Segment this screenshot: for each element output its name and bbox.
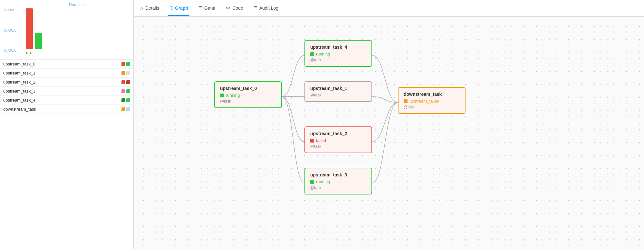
bar-red (26, 8, 33, 49)
node-status-dot (220, 94, 224, 97)
tab-bar: △ Details ⬡ Graph ☰ Gantt <> Code ☰ Audi… (134, 0, 644, 17)
node-status-text: running (316, 179, 330, 184)
node-status: running (310, 52, 366, 56)
node-status-text: failed (316, 138, 326, 143)
tab-graph[interactable]: ⬡ Graph (168, 1, 189, 16)
duration-chart: Duration 00:00:10 00:00:05 00:00:00 ▶ ▶ (0, 0, 133, 60)
node-title: upstream_task_4 (310, 45, 366, 50)
tab-details[interactable]: △ Details (139, 1, 160, 16)
status-dot (121, 71, 125, 75)
status-dot (121, 89, 125, 93)
right-panel: △ Details ⬡ Graph ☰ Gantt <> Code ☰ Audi… (134, 0, 644, 249)
connection-line (282, 55, 304, 97)
code-icon: <> (226, 5, 230, 10)
status-dot (121, 107, 125, 111)
node-decorator: @task (310, 144, 366, 149)
status-dot (121, 62, 125, 66)
node-status: failed (310, 138, 366, 143)
node-status-text: running (226, 93, 240, 98)
task-row-name: upstream_task_0 (3, 62, 121, 66)
task-row-name: downstream_task (3, 107, 121, 112)
connection-line (372, 97, 398, 103)
task-row-name: upstream_task_1 (3, 71, 121, 75)
task-row[interactable]: upstream_task_0 (0, 60, 133, 69)
play-icon-grey[interactable]: ▶ (26, 51, 28, 55)
task-dots (121, 107, 130, 111)
node-decorator: @task (310, 58, 366, 62)
node-status-dot (310, 180, 314, 184)
task-row-name: upstream_task_2 (3, 80, 121, 85)
tab-gantt[interactable]: ☰ Gantt (197, 1, 216, 16)
task-dots (121, 71, 130, 75)
task-dots (121, 89, 130, 93)
status-dot (121, 98, 125, 102)
task-node-upstream_task_0[interactable]: upstream_task_0running@task (214, 81, 282, 108)
task-row-name: upstream_task_4 (3, 98, 121, 103)
status-dot (126, 80, 130, 84)
node-status: running (310, 179, 366, 184)
task-row[interactable]: upstream_task_1 (0, 69, 133, 78)
task-node-upstream_task_1[interactable]: upstream_task_1@task (304, 81, 372, 102)
tab-audit-log[interactable]: ☰ Audit Log (252, 1, 280, 16)
task-dots (121, 62, 130, 66)
play-icon-green[interactable]: ▶ (30, 51, 32, 55)
task-dots (121, 80, 130, 84)
task-dots (121, 98, 130, 102)
status-dot (121, 80, 125, 84)
task-row-name: upstream_task_3 (3, 89, 121, 94)
connection-line (372, 103, 398, 183)
status-dot (126, 89, 130, 93)
node-decorator: @task (220, 99, 276, 104)
task-list: upstream_task_0upstream_task_1upstream_t… (0, 60, 133, 249)
task-row[interactable]: upstream_task_4 (0, 96, 133, 105)
audit-icon: ☰ (254, 5, 257, 10)
node-decorator: @task (310, 93, 366, 97)
details-icon: △ (140, 5, 143, 10)
node-status-dot (310, 139, 314, 143)
y-tick-mid: 00:00:05 (4, 29, 16, 32)
task-node-upstream_task_2[interactable]: upstream_task_2failed@task (304, 126, 372, 153)
task-node-downstream_task[interactable]: downstream_taskupstream_failed@task (398, 87, 466, 114)
node-status: running (220, 93, 276, 98)
node-status: upstream_failed (404, 99, 460, 104)
node-status-text: upstream_failed (409, 99, 439, 104)
status-dot (126, 98, 130, 102)
task-node-upstream_task_3[interactable]: upstream_task_3running@task (304, 168, 372, 194)
y-tick-top: 00:00:10 (4, 8, 16, 12)
task-row[interactable]: upstream_task_2 (0, 78, 133, 87)
y-tick-bot: 00:00:00 (4, 49, 16, 52)
graph-canvas[interactable]: upstream_task_0running@taskupstream_task… (134, 17, 644, 249)
connection-line (372, 103, 398, 142)
node-title: upstream_task_2 (310, 131, 366, 136)
status-dot (126, 62, 130, 66)
node-status-dot (310, 52, 314, 56)
node-title: upstream_task_0 (220, 86, 276, 91)
node-decorator: @task (310, 185, 366, 190)
task-node-upstream_task_4[interactable]: upstream_task_4running@task (304, 40, 372, 67)
connection-line (282, 97, 304, 142)
gantt-icon: ☰ (198, 5, 202, 10)
left-panel: Duration 00:00:10 00:00:05 00:00:00 ▶ ▶ … (0, 0, 134, 249)
connection-line (282, 97, 304, 183)
task-row[interactable]: upstream_task_3 (0, 87, 133, 96)
node-status-text: running (316, 52, 330, 56)
node-decorator: @task (404, 105, 460, 109)
bar-green (35, 33, 42, 49)
node-status-dot (404, 99, 408, 103)
node-title: upstream_task_3 (310, 172, 366, 177)
duration-label: Duration (3, 3, 130, 7)
tab-code[interactable]: <> Code (224, 1, 245, 16)
status-dot (126, 71, 130, 75)
node-title: upstream_task_1 (310, 86, 366, 91)
node-title: downstream_task (404, 92, 460, 97)
status-dot (126, 107, 130, 111)
task-row[interactable]: downstream_task (0, 105, 133, 114)
connection-line (372, 55, 398, 103)
graph-icon: ⬡ (169, 5, 173, 10)
